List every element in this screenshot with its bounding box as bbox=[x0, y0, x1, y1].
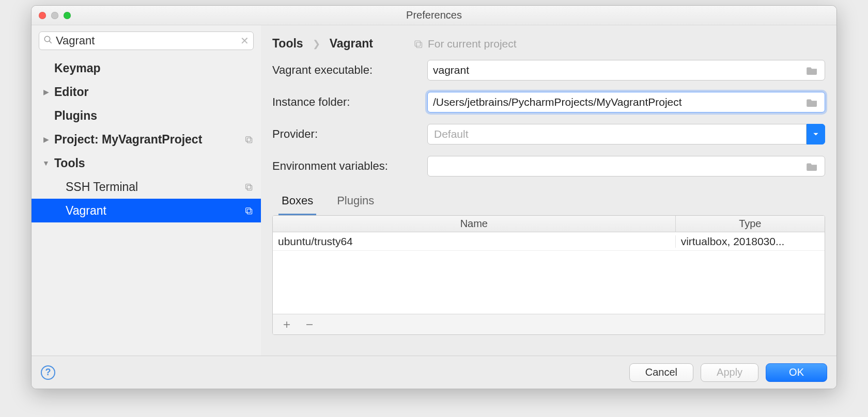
close-window-button[interactable] bbox=[39, 12, 46, 19]
col-header-type[interactable]: Type bbox=[676, 216, 825, 232]
tree-item-tools[interactable]: ▼ Tools bbox=[32, 151, 261, 175]
breadcrumb-leaf: Vagrant bbox=[330, 37, 373, 51]
tree-label: Tools bbox=[54, 156, 85, 170]
vagrant-executable-input[interactable] bbox=[433, 64, 805, 76]
zoom-window-button[interactable] bbox=[64, 12, 71, 19]
tree-item-plugins[interactable]: Plugins bbox=[32, 104, 261, 127]
table-header: Name Type bbox=[273, 216, 825, 232]
preferences-sidebar: ✕ Keymap ▶ Editor Plugins ▶ Pro bbox=[32, 25, 261, 356]
svg-rect-5 bbox=[247, 185, 252, 190]
env-vars-label: Environment variables: bbox=[272, 159, 427, 173]
provider-dropdown-button[interactable] bbox=[807, 124, 825, 145]
help-button[interactable]: ? bbox=[41, 365, 55, 380]
svg-line-1 bbox=[49, 41, 52, 43]
chevron-right-icon: ❯ bbox=[313, 38, 320, 50]
provider-value: Default bbox=[434, 128, 469, 140]
tree-label: Keymap bbox=[54, 61, 100, 75]
vagrant-tabs: Boxes Plugins bbox=[272, 191, 825, 215]
apply-button[interactable]: Apply bbox=[701, 363, 758, 382]
chevron-right-icon: ▶ bbox=[41, 88, 51, 96]
search-icon bbox=[43, 35, 53, 47]
tab-boxes[interactable]: Boxes bbox=[278, 191, 316, 216]
env-vars-field[interactable] bbox=[427, 156, 825, 177]
search-field[interactable]: ✕ bbox=[39, 31, 254, 50]
chevron-down-icon: ▼ bbox=[41, 159, 51, 167]
tree-label: Project: MyVagrantProject bbox=[54, 133, 202, 147]
tree-label: Vagrant bbox=[66, 204, 106, 218]
svg-rect-7 bbox=[247, 209, 252, 214]
table-toolbar bbox=[273, 314, 825, 334]
window-title: Preferences bbox=[32, 9, 836, 21]
svg-rect-6 bbox=[246, 208, 251, 213]
tree-item-editor[interactable]: ▶ Editor bbox=[32, 80, 261, 104]
preferences-window: Preferences ✕ Keymap ▶ bbox=[31, 5, 837, 389]
browse-folder-icon[interactable] bbox=[805, 66, 819, 75]
tree-label: Editor bbox=[54, 85, 88, 99]
svg-point-0 bbox=[44, 36, 50, 42]
tree-label: Plugins bbox=[54, 109, 97, 123]
minimize-window-button[interactable] bbox=[51, 12, 58, 19]
project-scope-icon bbox=[243, 182, 254, 192]
provider-label: Provider: bbox=[272, 127, 427, 141]
project-scope-icon bbox=[243, 134, 254, 145]
instance-folder-label: Instance folder: bbox=[272, 95, 427, 109]
tree-label: SSH Terminal bbox=[66, 180, 138, 194]
svg-rect-9 bbox=[416, 42, 422, 48]
breadcrumb-root: Tools bbox=[272, 37, 303, 51]
main-panel: Tools ❯ Vagrant For current project Vagr… bbox=[261, 25, 836, 356]
remove-button[interactable] bbox=[304, 319, 315, 330]
instance-folder-field[interactable] bbox=[427, 92, 825, 113]
add-button[interactable] bbox=[281, 319, 292, 330]
project-scope-label: For current project bbox=[413, 38, 517, 50]
table-body: ubuntu/trusty64virtualbox, 2018030... bbox=[273, 232, 825, 314]
tree-item-keymap[interactable]: Keymap bbox=[32, 56, 261, 80]
dialog-footer: ? Cancel Apply OK bbox=[32, 356, 836, 389]
svg-rect-2 bbox=[246, 137, 251, 141]
cell-type: virtualbox, 2018030... bbox=[676, 235, 825, 248]
tree-item-ssh-terminal[interactable]: SSH Terminal bbox=[32, 175, 261, 199]
cell-name: ubuntu/trusty64 bbox=[273, 235, 676, 248]
svg-rect-3 bbox=[247, 138, 252, 142]
tab-plugins[interactable]: Plugins bbox=[334, 191, 377, 215]
svg-rect-4 bbox=[246, 184, 251, 189]
instance-folder-input[interactable] bbox=[433, 96, 805, 108]
table-row[interactable]: ubuntu/trusty64virtualbox, 2018030... bbox=[273, 232, 825, 251]
provider-select[interactable]: Default bbox=[427, 124, 807, 145]
project-scope-icon bbox=[243, 205, 254, 216]
clear-search-icon[interactable]: ✕ bbox=[240, 35, 249, 47]
vagrant-executable-label: Vagrant executable: bbox=[272, 63, 427, 77]
tree-item-vagrant[interactable]: Vagrant bbox=[32, 199, 261, 222]
col-header-name[interactable]: Name bbox=[273, 216, 676, 232]
window-controls bbox=[32, 12, 71, 19]
cancel-button[interactable]: Cancel bbox=[629, 363, 693, 382]
env-vars-input[interactable] bbox=[433, 160, 805, 172]
search-input[interactable] bbox=[53, 34, 240, 47]
ok-button[interactable]: OK bbox=[766, 363, 827, 382]
browse-folder-icon[interactable] bbox=[805, 98, 819, 107]
titlebar: Preferences bbox=[32, 6, 836, 25]
preferences-tree: Keymap ▶ Editor Plugins ▶ Project: MyVag… bbox=[32, 53, 261, 222]
svg-rect-8 bbox=[415, 41, 421, 46]
browse-icon[interactable] bbox=[805, 162, 819, 171]
tree-item-project[interactable]: ▶ Project: MyVagrantProject bbox=[32, 127, 261, 151]
chevron-right-icon: ▶ bbox=[41, 135, 51, 143]
boxes-table: Name Type ubuntu/trusty64virtualbox, 201… bbox=[272, 215, 825, 335]
breadcrumb: Tools ❯ Vagrant For current project bbox=[272, 33, 825, 60]
vagrant-executable-field[interactable] bbox=[427, 60, 825, 81]
